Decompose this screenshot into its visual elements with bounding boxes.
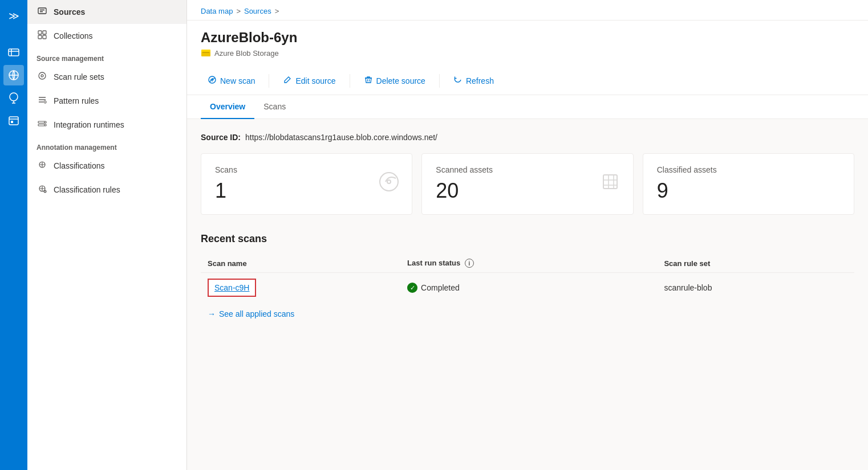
- expand-icon[interactable]: ≫: [3, 6, 24, 26]
- tab-bar: Overview Scans: [187, 95, 868, 119]
- edit-source-button[interactable]: Edit source: [276, 72, 342, 90]
- source-id-row: Source ID: https://blobdatascans1rg1ause…: [201, 133, 854, 142]
- sidebar-item-sources[interactable]: Sources: [27, 0, 186, 24]
- data-catalog-icon[interactable]: [3, 42, 24, 63]
- sidebar-label-classifications: Classifications: [54, 161, 104, 170]
- delete-source-label: Delete source: [376, 76, 425, 85]
- page-header: AzureBlob-6yn Azure Blob Storage: [187, 21, 868, 67]
- svg-rect-5: [38, 31, 42, 34]
- svg-rect-4: [38, 8, 46, 14]
- edit-source-icon: [283, 75, 292, 87]
- sidebar-label-sources: Sources: [54, 7, 85, 17]
- col-header-scan-name: Scan name: [201, 254, 400, 273]
- svg-rect-7: [38, 35, 42, 39]
- storage-type-icon: [201, 48, 211, 58]
- sidebar: Sources Collections Source management Sc…: [27, 0, 187, 470]
- svg-rect-2: [9, 117, 18, 125]
- table-row: Scan-c9H ✓ Completed scanrule-blob: [201, 273, 854, 303]
- svg-point-11: [44, 101, 46, 103]
- sidebar-label-scan-rule-sets: Scan rule sets: [54, 72, 104, 81]
- data-map-icon[interactable]: [3, 65, 24, 85]
- insights-icon[interactable]: [3, 88, 24, 108]
- tab-overview[interactable]: Overview: [201, 95, 254, 119]
- svg-rect-18: [201, 50, 210, 52]
- stat-value-scans: 1: [215, 179, 398, 203]
- svg-rect-22: [603, 175, 617, 189]
- delete-source-icon: [364, 75, 373, 87]
- storage-type-label: Azure Blob Storage: [214, 49, 279, 58]
- sidebar-label-pattern-rules: Pattern rules: [54, 96, 99, 105]
- toolbar-sep-2: [350, 74, 350, 88]
- breadcrumb: Data map > Sources >: [187, 0, 868, 21]
- sidebar-item-scan-rule-sets[interactable]: Scan rule sets: [27, 65, 186, 89]
- scan-rule-set-value: scanrule-blob: [664, 283, 712, 292]
- content-area: Source ID: https://blobdatascans1rg1ause…: [187, 119, 868, 470]
- refresh-icon: [453, 75, 463, 87]
- sidebar-item-collections[interactable]: Collections: [27, 24, 186, 48]
- stat-card-classified-assets: Classified assets 9: [643, 153, 854, 215]
- see-all-label: See all applied scans: [219, 309, 294, 318]
- page-title: AzureBlob-6yn: [201, 30, 854, 46]
- new-scan-label: New scan: [220, 76, 255, 85]
- svg-rect-8: [43, 35, 46, 39]
- breadcrumb-data-map[interactable]: Data map: [201, 7, 233, 15]
- toolbar: New scan Edit source Delete source: [187, 67, 868, 95]
- sources-icon: [36, 6, 48, 18]
- svg-point-20: [380, 173, 398, 191]
- sidebar-item-classification-rules[interactable]: Classification rules: [27, 178, 186, 202]
- sidebar-item-pattern-rules[interactable]: Pattern rules: [27, 89, 186, 113]
- see-all-scans-link[interactable]: → See all applied scans: [201, 305, 854, 323]
- classifications-icon: [36, 160, 48, 172]
- col-header-last-run-status: Last run status i: [400, 254, 657, 273]
- sidebar-item-integration-runtimes[interactable]: Integration runtimes: [27, 113, 186, 137]
- svg-rect-3: [11, 121, 13, 123]
- scan-name-cell: Scan-c9H: [201, 273, 400, 303]
- stat-card-scanned-assets: Scanned assets 20: [421, 153, 633, 215]
- refresh-label: Refresh: [466, 76, 494, 85]
- stat-label-scans: Scans: [215, 165, 398, 174]
- scan-name-link[interactable]: Scan-c9H: [208, 279, 256, 297]
- stat-card-scans: Scans 1: [201, 153, 412, 215]
- scans-table: Scan name Last run status i Scan rule se…: [201, 254, 854, 303]
- scanned-assets-card-icon: [599, 170, 622, 198]
- stat-label-scanned-assets: Scanned assets: [436, 165, 619, 174]
- status-badge: ✓ Completed: [407, 283, 650, 293]
- sidebar-label-integration-runtimes: Integration runtimes: [54, 120, 124, 129]
- breadcrumb-sources[interactable]: Sources: [244, 7, 271, 15]
- toolbar-sep-3: [439, 74, 440, 88]
- status-completed-icon: ✓: [407, 283, 417, 293]
- breadcrumb-sep-1: >: [236, 7, 241, 15]
- edit-source-label: Edit source: [295, 76, 335, 85]
- annotation-management-header: Annotation management: [27, 137, 186, 154]
- stat-value-scanned-assets: 20: [436, 179, 619, 203]
- tab-scans[interactable]: Scans: [254, 95, 295, 119]
- sidebar-label-classification-rules: Classification rules: [54, 185, 120, 194]
- svg-point-10: [41, 75, 43, 77]
- scan-rule-sets-icon: [36, 71, 48, 83]
- scans-card-icon: [378, 170, 400, 198]
- collections-icon: [36, 30, 48, 42]
- sidebar-label-collections: Collections: [54, 31, 92, 40]
- source-management-header: Source management: [27, 48, 186, 65]
- delete-source-button[interactable]: Delete source: [357, 72, 432, 90]
- new-scan-button[interactable]: New scan: [201, 72, 262, 90]
- refresh-button[interactable]: Refresh: [447, 72, 501, 90]
- svg-point-21: [387, 180, 391, 183]
- pattern-rules-icon: [36, 95, 48, 107]
- scan-status-cell: ✓ Completed: [400, 273, 657, 303]
- svg-rect-6: [43, 31, 46, 34]
- source-id-value: https://blobdatascans1rg1ause.blob.core.…: [245, 133, 437, 142]
- stat-label-classified-assets: Classified assets: [657, 165, 840, 174]
- source-id-label: Source ID:: [201, 133, 241, 142]
- main-content: Data map > Sources > AzureBlob-6yn Azure…: [187, 0, 868, 470]
- stat-value-classified-assets: 9: [657, 179, 840, 203]
- status-label: Completed: [421, 283, 460, 292]
- management-icon[interactable]: [3, 111, 24, 131]
- classification-rules-icon: [36, 183, 48, 196]
- recent-scans-section: Recent scans Scan name Last run status i…: [201, 233, 854, 323]
- last-run-status-info-icon[interactable]: i: [465, 259, 474, 268]
- svg-point-9: [39, 72, 46, 79]
- new-scan-icon: [208, 75, 217, 87]
- recent-scans-title: Recent scans: [201, 233, 854, 245]
- sidebar-item-classifications[interactable]: Classifications: [27, 154, 186, 178]
